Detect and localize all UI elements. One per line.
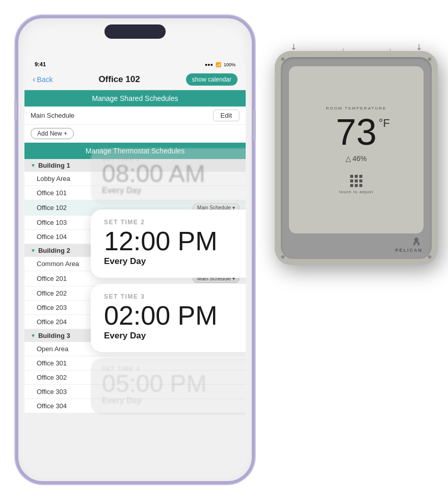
page-title: Office 102 <box>52 74 186 85</box>
recurrence-3: Every Day <box>104 331 246 341</box>
recurrence-1: Every Day <box>102 186 246 195</box>
schedule-cards-container: SET TIME 1 08:00 AM Every Day SET TIME 2… <box>91 148 246 414</box>
collapse-icon-2: ▼ <box>31 248 36 253</box>
back-label: Back <box>37 75 52 84</box>
building-3-label: Building 3 <box>38 332 70 339</box>
pelican-bird-icon <box>410 236 423 247</box>
set-time-label-2: SET TIME 2 <box>104 219 246 226</box>
humidity-display: △ 46% <box>346 154 366 163</box>
time-display-1: 08:00 AM <box>102 162 246 186</box>
time-display-4: 05:00 PM <box>102 372 246 396</box>
set-time-label-3: SET TIME 3 <box>104 293 246 300</box>
schedule-card-4: SET TIME 4 05:00 PM Every Day <box>91 358 246 414</box>
signal-icon: ●●● <box>205 62 213 67</box>
building-2-label: Building 2 <box>38 247 70 254</box>
recurrence-2: Every Day <box>104 256 246 267</box>
touch-label: touch to adjust <box>339 190 373 194</box>
temperature-display: 73 <box>336 112 377 152</box>
collapse-icon-3: ▼ <box>31 333 36 338</box>
schedule-card-1: SET TIME 1 08:00 AM Every Day <box>91 148 246 204</box>
grid-icon <box>350 175 362 187</box>
schedule-card-3: SET TIME 3 02:00 PM Every Day <box>91 284 246 352</box>
thermostat-body[interactable]: ROOM TEMPERATURE 73 °F △ 46% touch to ad… <box>281 57 432 259</box>
chevron-left-icon: ‹ <box>33 75 35 84</box>
status-icons: ●●● 📶 100% <box>205 62 235 67</box>
thermostat-device-outer: ↙ ↘ ↓ ↓ ROOM TEMPERATURE 73 °F △ 46% <box>275 51 438 265</box>
edit-schedule-button[interactable]: Edit <box>213 110 240 121</box>
screw-br <box>428 255 432 259</box>
app-header: ‹ Back Office 102 show calendar <box>24 69 246 90</box>
power-button <box>253 110 256 141</box>
thermostat-screen: ROOM TEMPERATURE 73 °F △ 46% touch to ad… <box>289 66 424 233</box>
add-new-row: Add New + <box>24 125 246 143</box>
room-temp-label: ROOM TEMPERATURE <box>326 106 387 111</box>
volume-button <box>14 100 17 120</box>
app-content: ‹ Back Office 102 show calendar Manage S… <box>24 69 246 475</box>
main-schedule-row: Main Schedule Edit <box>24 107 246 125</box>
schedule-card-2: SET TIME 2 12:00 PM Every Day <box>91 209 246 278</box>
phone-mockup: 9:41 ●●● 📶 100% ‹ Back Office 102 show c… <box>15 15 255 484</box>
temp-unit: °F <box>379 117 390 130</box>
schedule-name-label: Main Schedule <box>31 112 213 119</box>
status-time: 9:41 <box>35 61 46 67</box>
collapse-icon: ▼ <box>31 163 36 168</box>
phone-frame: 9:41 ●●● 📶 100% ‹ Back Office 102 show c… <box>15 15 255 484</box>
building-1-label: Building 1 <box>38 162 70 169</box>
manage-shared-header: Manage Shared Schedules <box>24 90 246 107</box>
phone-notch <box>104 24 166 39</box>
time-display-3: 02:00 PM <box>104 302 246 329</box>
humidity-arrow: △ <box>346 154 351 163</box>
temp-wrapper: 73 °F <box>336 114 377 150</box>
thermostat-mounting-plate: ROOM TEMPERATURE 73 °F △ 46% touch to ad… <box>275 51 438 265</box>
pelican-logo-area: PELICAN <box>395 236 423 253</box>
back-button[interactable]: ‹ Back <box>33 75 52 84</box>
touch-area[interactable]: touch to adjust <box>339 175 373 194</box>
show-calendar-button[interactable]: show calendar <box>186 73 238 86</box>
add-new-button[interactable]: Add New + <box>31 128 74 139</box>
phone-screen: 9:41 ●●● 📶 100% ‹ Back Office 102 show c… <box>24 47 246 475</box>
recurrence-4: Every Day <box>102 396 246 405</box>
status-bar: 9:41 ●●● 📶 100% <box>24 47 246 69</box>
humidity-value: 46% <box>352 154 366 163</box>
battery-icon: 100% <box>224 62 235 67</box>
brand-label: PELICAN <box>395 248 423 253</box>
wifi-icon: 📶 <box>216 62 221 67</box>
time-display-2: 12:00 PM <box>104 228 246 254</box>
